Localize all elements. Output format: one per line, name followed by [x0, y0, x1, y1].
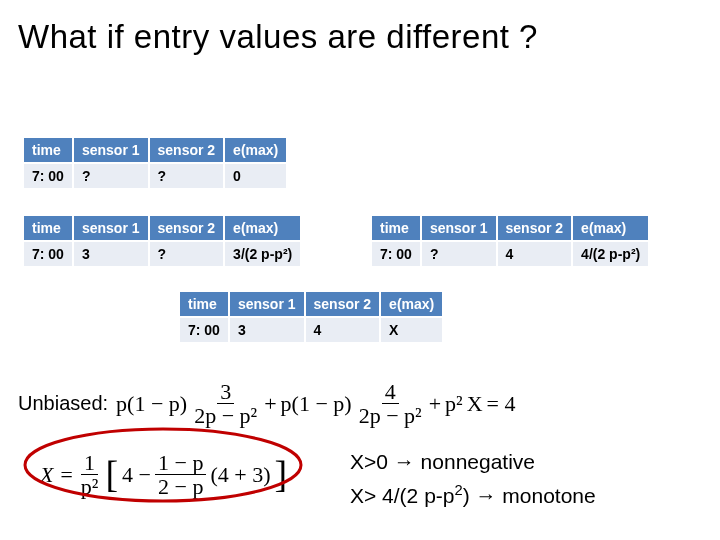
cond-nonnegative: X>0 → nonnegative: [350, 445, 596, 479]
cell-s2: ?: [150, 164, 224, 188]
frac2-den: 2p − p²: [356, 404, 425, 427]
cell-time: 7: 00: [24, 164, 72, 188]
plus1: +: [264, 391, 276, 417]
cell-s2: ?: [150, 242, 224, 266]
plus2: +: [429, 391, 441, 417]
col-sensor1: sensor 1: [422, 216, 496, 240]
col-sensor2: sensor 2: [498, 216, 572, 240]
cell-s1: ?: [74, 164, 148, 188]
cell-emax: 4/(2 p-p²): [573, 242, 648, 266]
col-sensor2: sensor 2: [150, 138, 224, 162]
table-3: time sensor 1 sensor 2 e(max) 7: 00 ? 4 …: [370, 214, 650, 268]
col-time: time: [24, 138, 72, 162]
cell-s2: 4: [498, 242, 572, 266]
conditions: X>0 → nonnegative X> 4/(2 p-p2) → monoto…: [350, 445, 596, 512]
cell-s2: 4: [306, 318, 380, 342]
table-row: 7: 00 ? 4 4/(2 p-p²): [372, 242, 648, 266]
cell-time: 7: 00: [24, 242, 72, 266]
cell-s1: 3: [74, 242, 148, 266]
frac2: 4 2p − p²: [356, 380, 425, 427]
unbiased-label: Unbiased:: [18, 392, 108, 415]
var-x: X: [467, 391, 483, 417]
cond-monotone: X> 4/(2 p-p2) → monotone: [350, 479, 596, 513]
frac2-num: 4: [382, 380, 399, 404]
cell-emax: X: [381, 318, 442, 342]
mid-b: (4 + 3): [210, 462, 270, 488]
bracket-close: ]: [274, 459, 287, 489]
coef1: p(1 − p): [116, 391, 187, 417]
unbiased-equation-row: Unbiased: p(1 − p) 3 2p − p² + p(1 − p) …: [18, 380, 515, 427]
cond-monotone-b: ) → monotone: [463, 484, 596, 507]
x-solution-box: X = 1 p² [ 4 − 1 − p 2 − p (4 + 3) ]: [28, 445, 299, 504]
frac1-num: 3: [217, 380, 234, 404]
x-outer-frac: 1 p²: [78, 451, 102, 498]
equals-4: = 4: [487, 391, 516, 417]
mid-frac: 1 − p 2 − p: [155, 451, 206, 498]
table-1: time sensor 1 sensor 2 e(max) 7: 00 ? ? …: [22, 136, 288, 190]
cell-time: 7: 00: [180, 318, 228, 342]
x-lhs: X =: [40, 462, 74, 488]
table-row: 7: 00 ? ? 0: [24, 164, 286, 188]
expectation-equation: p(1 − p) 3 2p − p² + p(1 − p) 4 2p − p² …: [116, 380, 515, 427]
col-sensor2: sensor 2: [306, 292, 380, 316]
table-row: 7: 00 3 4 X: [180, 318, 442, 342]
cond-monotone-a: X> 4/(2 p-p: [350, 484, 454, 507]
cell-emax: 3/(2 p-p²): [225, 242, 300, 266]
x-outer-num: 1: [81, 451, 98, 475]
col-sensor1: sensor 1: [74, 216, 148, 240]
table-header-row: time sensor 1 sensor 2 e(max): [372, 216, 648, 240]
col-time: time: [180, 292, 228, 316]
coef3: p²: [445, 391, 463, 417]
table-row: 7: 00 3 ? 3/(2 p-p²): [24, 242, 300, 266]
x-outer-den: p²: [78, 475, 102, 498]
table-2: time sensor 1 sensor 2 e(max) 7: 00 3 ? …: [22, 214, 302, 268]
cell-emax: 0: [225, 164, 286, 188]
col-sensor1: sensor 1: [74, 138, 148, 162]
col-sensor2: sensor 2: [150, 216, 224, 240]
frac1: 3 2p − p²: [191, 380, 260, 427]
cell-s1: ?: [422, 242, 496, 266]
col-time: time: [372, 216, 420, 240]
mid-frac-num: 1 − p: [155, 451, 206, 475]
bracket-open: [: [105, 459, 118, 489]
frac1-den: 2p − p²: [191, 404, 260, 427]
col-time: time: [24, 216, 72, 240]
mid-a: 4 −: [122, 462, 151, 488]
x-equation: X = 1 p² [ 4 − 1 − p 2 − p (4 + 3) ]: [28, 445, 299, 504]
mid-frac-den: 2 − p: [155, 475, 206, 498]
table-header-row: time sensor 1 sensor 2 e(max): [24, 216, 300, 240]
col-emax: e(max): [225, 138, 286, 162]
cell-time: 7: 00: [372, 242, 420, 266]
col-emax: e(max): [573, 216, 648, 240]
col-emax: e(max): [225, 216, 300, 240]
table-4: time sensor 1 sensor 2 e(max) 7: 00 3 4 …: [178, 290, 444, 344]
cond-monotone-sup: 2: [454, 482, 462, 498]
slide-title: What if entry values are different ?: [0, 0, 720, 56]
coef2: p(1 − p): [281, 391, 352, 417]
cell-s1: 3: [230, 318, 304, 342]
col-emax: e(max): [381, 292, 442, 316]
table-header-row: time sensor 1 sensor 2 e(max): [24, 138, 286, 162]
table-header-row: time sensor 1 sensor 2 e(max): [180, 292, 442, 316]
col-sensor1: sensor 1: [230, 292, 304, 316]
